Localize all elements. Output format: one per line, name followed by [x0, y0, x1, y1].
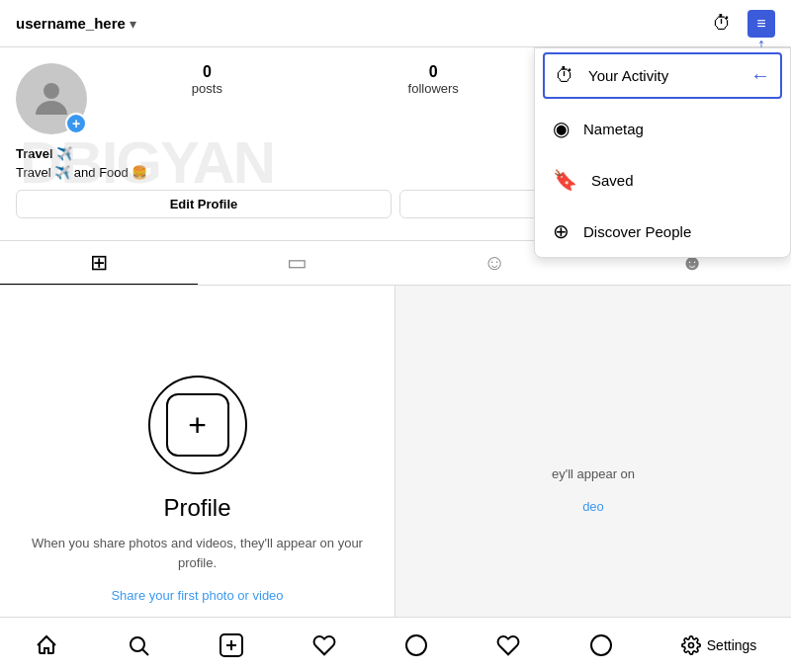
heart2-icon [496, 633, 520, 657]
chevron-down-icon[interactable]: ▾ [130, 16, 136, 32]
nav-profile2-button[interactable] [589, 633, 613, 657]
nametag-icon: ◉ [553, 117, 570, 140]
bottom-navigation: Settings [0, 617, 791, 672]
overlay-background: ey'll appear on deo [396, 286, 791, 672]
nav-left: username_here ▾ [16, 15, 136, 32]
settings-button[interactable]: Settings [681, 635, 757, 655]
nav-profile-circle-button[interactable] [404, 633, 428, 657]
your-activity-icon: ⏱ [555, 64, 574, 87]
your-activity-label: Your Activity [588, 67, 668, 84]
content-description: When you share photos and videos, they'l… [20, 534, 375, 572]
svg-point-0 [44, 83, 59, 99]
tagged-icon: ☺ [483, 250, 505, 276]
avatar-container: + [16, 63, 87, 134]
hamburger-button[interactable]: ≡ ↑ [747, 10, 775, 38]
share-first-photo-link[interactable]: Share your first photo or video [111, 588, 283, 603]
stat-posts: 0 posts [192, 63, 222, 96]
nav-icons: ⏱ ≡ ↑ [712, 10, 775, 38]
settings-label: Settings [707, 637, 757, 653]
add-icon [219, 632, 244, 658]
saved-icon: 🔖 [553, 168, 577, 192]
reels-icon: ▭ [287, 250, 308, 276]
svg-point-1 [131, 637, 144, 651]
nav-heart2-button[interactable] [496, 633, 520, 657]
add-story-button[interactable]: + [65, 113, 87, 134]
edit-profile-button[interactable]: Edit Profile [16, 190, 392, 218]
content-title: Profile [163, 494, 230, 522]
overlay-description: ey'll appear on [552, 464, 635, 484]
settings-gear-icon [681, 635, 701, 655]
history-icon[interactable]: ⏱ [712, 12, 732, 35]
svg-point-7 [591, 635, 611, 655]
nametag-label: Nametag [583, 121, 644, 137]
home-icon [35, 633, 58, 657]
posts-count: 0 [203, 63, 212, 81]
nav-heart-button[interactable] [312, 633, 336, 657]
overlay-link[interactable]: deo [582, 499, 604, 514]
main-content-panel: + Profile When you share photos and vide… [0, 286, 396, 672]
hamburger-lines-icon: ≡ [756, 15, 765, 33]
menu-item-nametag[interactable]: ◉ Nametag [535, 103, 790, 154]
discover-people-label: Discover People [583, 223, 691, 240]
menu-item-saved[interactable]: 🔖 Saved [535, 154, 790, 206]
grid-icon: ⊞ [90, 250, 108, 276]
tab-reels[interactable]: ▭ [198, 241, 396, 285]
add-circle-inner: + [166, 393, 229, 457]
discover-people-icon: ⊕ [553, 219, 570, 243]
search-icon [127, 633, 150, 657]
heart-icon [312, 633, 336, 657]
svg-point-6 [406, 635, 426, 655]
stat-followers: 0 followers [408, 63, 459, 96]
nav-username: username_here [16, 15, 126, 32]
nav-add-button[interactable] [219, 632, 244, 658]
top-navigation: username_here ▾ ⏱ ≡ ↑ [0, 0, 791, 47]
profile2-icon [589, 633, 613, 657]
followers-label: followers [408, 81, 459, 96]
posts-label: posts [192, 81, 222, 96]
menu-item-your-activity[interactable]: ⏱ Your Activity ← [543, 52, 782, 99]
your-activity-arrow: ← [750, 64, 770, 87]
content-area: DBIGYAN + Profile When you share photos … [0, 286, 791, 672]
svg-point-8 [688, 642, 693, 647]
nav-search-button[interactable] [127, 633, 150, 657]
plus-icon: + [188, 409, 207, 441]
profile-circle-icon [404, 633, 428, 657]
menu-item-discover-people[interactable]: ⊕ Discover People [535, 206, 790, 257]
dropdown-menu: ⏱ Your Activity ← ◉ Nametag 🔖 Saved ⊕ Di… [534, 47, 791, 258]
tab-grid[interactable]: ⊞ [0, 241, 198, 285]
add-circle: + [148, 376, 247, 474]
overlay-content-panel: ey'll appear on deo [396, 286, 791, 672]
nav-home-button[interactable] [35, 633, 58, 657]
followers-count: 0 [429, 63, 438, 81]
svg-line-2 [142, 649, 148, 655]
saved-label: Saved [591, 172, 634, 189]
